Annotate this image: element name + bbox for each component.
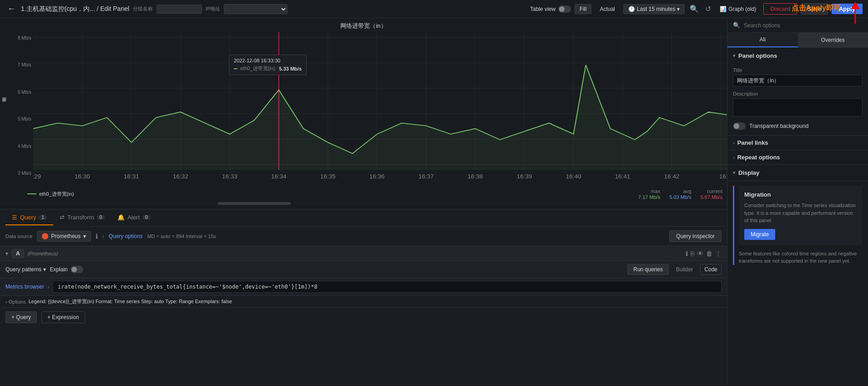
apply-arrow: [846, 1, 864, 24]
legend-stats: max 7.17 Mb/s avg 5.03 Mb/s current 5.67…: [638, 188, 722, 200]
svg-text:16:30: 16:30: [75, 173, 90, 179]
center-panel: 网络进带宽（in） 分辨率上传 8 Mb/s 7 Mb/s 6 Mb/s 5 M…: [0, 18, 727, 386]
prometheus-selector[interactable]: Prometheus ▾: [37, 231, 91, 242]
options-label: Options: [9, 299, 26, 305]
zoom-out-button[interactable]: 🔍: [688, 3, 700, 15]
display-section[interactable]: ▾ Display: [727, 165, 868, 181]
add-query-button[interactable]: + Query: [5, 311, 37, 323]
main-layout: 网络进带宽（in） 分辨率上传 8 Mb/s 7 Mb/s 6 Mb/s 5 M…: [0, 18, 868, 386]
tab-overrides[interactable]: Overrides: [798, 33, 868, 47]
display-content: Migration Consider switching to the Time…: [733, 186, 863, 265]
display-title: Display: [738, 169, 759, 176]
graph-old-button[interactable]: 📊 Graph (old): [716, 5, 760, 14]
explain-switch[interactable]: [71, 266, 83, 273]
panel-options-header[interactable]: ▾ Panel options: [727, 48, 868, 64]
prometheus-chevron: ▾: [83, 233, 86, 239]
query-eye-icon[interactable]: 👁: [697, 250, 703, 257]
options-toggle[interactable]: › Options: [5, 299, 26, 305]
query-patterns-button[interactable]: Query patterns ▾: [5, 266, 46, 273]
query-copy-icon[interactable]: ⎘: [691, 250, 694, 257]
panel-links-section[interactable]: › Panel links: [727, 136, 868, 150]
search-options-input[interactable]: [744, 22, 863, 29]
fill-button[interactable]: Fill: [575, 4, 591, 14]
options-text: Legend: {{device}}_进带宽(in) Format: Time …: [29, 298, 232, 305]
display-section-body: Migration Consider switching to the Time…: [727, 181, 868, 269]
query-more-icon[interactable]: ⋮: [715, 250, 722, 257]
clock-icon: 🕐: [628, 6, 635, 12]
transparent-bg-dot: [734, 123, 739, 129]
run-queries-button[interactable]: Run queries: [627, 264, 669, 275]
tooltip-series: eth0_进带宽(in): 5.33 Mb/s: [234, 65, 302, 72]
stat-max: max 7.17 Mb/s: [638, 188, 660, 200]
chart-scrollbar[interactable]: [0, 201, 727, 206]
query-expression-input[interactable]: [53, 281, 722, 293]
stat-avg-label: avg: [683, 188, 691, 194]
query-info-icon[interactable]: ℹ: [686, 250, 688, 257]
tab-alert[interactable]: 🔔 Alert 0: [111, 210, 156, 225]
panel-options-toggle: ▾: [733, 53, 736, 59]
title-field-input[interactable]: [733, 75, 863, 86]
prometheus-icon: [42, 233, 48, 239]
metrics-browser-row: Metrics browser ›: [0, 278, 727, 296]
table-view-switch[interactable]: [558, 5, 571, 13]
tab-all[interactable]: All: [727, 33, 798, 47]
query-tab-badge: 1: [39, 215, 47, 220]
description-textarea[interactable]: [733, 98, 863, 117]
metrics-browser-link[interactable]: Metrics browser: [5, 284, 44, 290]
datasource-label: Data source: [5, 234, 32, 239]
repeat-options-section[interactable]: › Repeat options: [727, 150, 868, 165]
stat-max-value: 7.17 Mb/s: [638, 194, 660, 200]
filter-group-label: 分组名称: [133, 5, 153, 12]
svg-text:16:43: 16:43: [719, 173, 727, 179]
builder-button[interactable]: Builder: [672, 264, 696, 274]
add-query-row: + Query + Expression: [0, 308, 727, 327]
filter-ip-label: IP地址: [206, 5, 220, 12]
top-bar-left: ← 1.主机基础监控(cpu，内... / Edit Panel 分组名称 IP…: [5, 4, 526, 14]
query-inspector-button[interactable]: Query inspector: [669, 230, 722, 242]
add-expression-button[interactable]: + Expression: [41, 311, 85, 323]
migration-title: Migration: [744, 191, 857, 198]
info-icon[interactable]: ℹ: [96, 233, 98, 240]
transform-tab-badge: 0: [97, 215, 105, 220]
tab-transform[interactable]: ⇄ Transform 0: [53, 210, 111, 225]
svg-marker-1: [851, 2, 860, 9]
query-letter: A: [12, 249, 24, 258]
svg-text:16:34: 16:34: [271, 173, 287, 179]
chart-container: 分辨率上传 8 Mb/s 7 Mb/s 6 Mb/s 5 Mb/s 4 Mb/s…: [0, 32, 727, 187]
query-options-link[interactable]: Query options: [109, 233, 143, 239]
repeat-options-toggle: ›: [733, 155, 735, 160]
chart-tooltip: 2022-12-08 16:33:30 eth0_进带宽(in): 5.33 M…: [229, 55, 307, 75]
migrate-button[interactable]: Migrate: [744, 229, 775, 240]
collapse-icon[interactable]: ▾: [5, 250, 8, 257]
query-patterns-label: Query patterns: [5, 266, 41, 273]
query-toolbar: Query patterns ▾ Explain Run queries Bui…: [0, 261, 727, 278]
stat-avg: avg 5.03 Mb/s: [669, 188, 691, 200]
y-label-6: 6 Mb/s: [18, 90, 31, 95]
y-label-3: 3 Mb/s: [18, 171, 31, 176]
repeat-options-title: Repeat options: [737, 154, 780, 161]
filter-ip-select[interactable]: [224, 4, 288, 14]
chart-title: 网络进带宽（in）: [0, 22, 727, 30]
query-options-row: › Options Legend: {{device}}_进带宽(in) For…: [0, 296, 727, 308]
code-button[interactable]: Code: [700, 264, 722, 275]
query-trash-icon[interactable]: 🗑: [706, 250, 712, 257]
y-label-4: 4 Mb/s: [18, 144, 31, 149]
time-range-label: Last 15 minutes: [637, 6, 676, 12]
alert-tab-label: Alert: [127, 214, 140, 221]
filters-area: 分组名称 IP地址: [133, 4, 288, 14]
panel-options-title: Panel options: [738, 52, 777, 59]
svg-text:16:33: 16:33: [222, 173, 237, 179]
tab-query[interactable]: ☰ Query 1: [5, 210, 53, 225]
filter-group-input[interactable]: [156, 5, 202, 14]
chart-area: 网络进带宽（in） 分辨率上传 8 Mb/s 7 Mb/s 6 Mb/s 5 M…: [0, 18, 727, 209]
time-range-picker[interactable]: 🕐 Last 15 minutes ▾: [623, 4, 685, 14]
toggle-dot: [559, 6, 565, 12]
refresh-button[interactable]: ↺: [704, 3, 712, 15]
explain-toggle: Explain: [50, 266, 83, 273]
panel-options-body: Title Description Transparent background: [727, 64, 868, 135]
back-button[interactable]: ←: [5, 4, 17, 14]
tooltip-value: 5.33 Mb/s: [279, 66, 302, 71]
breadcrumb: 1.主机基础监控(cpu，内... / Edit Panel: [21, 5, 129, 13]
actual-button[interactable]: Actual: [595, 5, 619, 14]
transparent-bg-toggle[interactable]: [733, 122, 746, 130]
